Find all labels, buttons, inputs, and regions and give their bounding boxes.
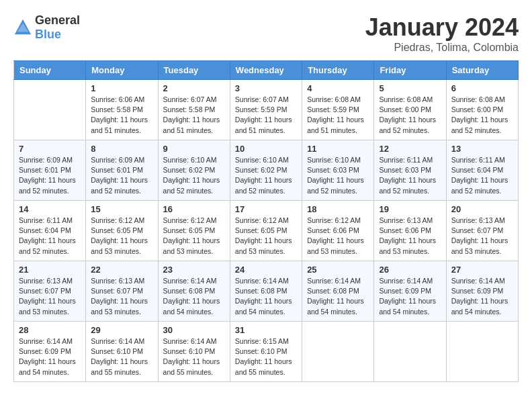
day-detail: Sunrise: 6:14 AM Sunset: 6:09 PM Dayligh… [379, 276, 441, 317]
day-number: 10 [235, 144, 297, 154]
day-detail: Sunrise: 6:12 AM Sunset: 6:05 PM Dayligh… [163, 216, 225, 257]
day-detail: Sunrise: 6:08 AM Sunset: 5:59 PM Dayligh… [307, 95, 369, 136]
day-detail: Sunrise: 6:14 AM Sunset: 6:10 PM Dayligh… [163, 336, 225, 377]
day-number: 12 [379, 144, 441, 154]
day-number: 15 [91, 204, 152, 214]
calendar-location: Piedras, Tolima, Colombia [365, 42, 519, 54]
day-number: 8 [91, 144, 152, 154]
day-number: 24 [235, 265, 297, 275]
logo-icon [13, 18, 32, 37]
day-detail: Sunrise: 6:13 AM Sunset: 6:07 PM Dayligh… [451, 216, 513, 257]
day-detail: Sunrise: 6:11 AM Sunset: 6:03 PM Dayligh… [379, 155, 441, 196]
day-number: 11 [307, 144, 369, 154]
calendar-cell: 17 Sunrise: 6:12 AM Sunset: 6:05 PM Dayl… [230, 201, 302, 261]
calendar-cell: 6 Sunrise: 6:08 AM Sunset: 6:00 PM Dayli… [446, 80, 518, 140]
day-detail: Sunrise: 6:06 AM Sunset: 5:58 PM Dayligh… [91, 95, 152, 136]
calendar-table: Sunday Monday Tuesday Wednesday Thursday… [13, 60, 519, 382]
calendar-cell: 22 Sunrise: 6:13 AM Sunset: 6:07 PM Dayl… [86, 261, 158, 322]
day-number: 21 [19, 265, 81, 275]
calendar-cell: 1 Sunrise: 6:06 AM Sunset: 5:58 PM Dayli… [86, 80, 158, 140]
day-detail: Sunrise: 6:13 AM Sunset: 6:07 PM Dayligh… [91, 276, 152, 317]
calendar-cell [14, 80, 86, 140]
day-number: 3 [235, 83, 297, 93]
day-detail: Sunrise: 6:13 AM Sunset: 6:06 PM Dayligh… [379, 216, 441, 257]
calendar-cell: 26 Sunrise: 6:14 AM Sunset: 6:09 PM Dayl… [374, 261, 446, 322]
col-sunday: Sunday [14, 61, 86, 80]
day-detail: Sunrise: 6:07 AM Sunset: 5:58 PM Dayligh… [163, 95, 225, 136]
col-saturday: Saturday [446, 61, 518, 80]
calendar-cell [374, 322, 446, 382]
day-detail: Sunrise: 6:14 AM Sunset: 6:08 PM Dayligh… [307, 276, 369, 317]
day-detail: Sunrise: 6:15 AM Sunset: 6:10 PM Dayligh… [235, 336, 297, 377]
day-number: 2 [163, 83, 225, 93]
calendar-cell: 11 Sunrise: 6:10 AM Sunset: 6:03 PM Dayl… [302, 140, 374, 201]
calendar-cell: 8 Sunrise: 6:09 AM Sunset: 6:01 PM Dayli… [86, 140, 158, 201]
day-detail: Sunrise: 6:11 AM Sunset: 6:04 PM Dayligh… [19, 216, 81, 257]
day-number: 14 [19, 204, 81, 214]
day-number: 16 [163, 204, 225, 214]
calendar-cell: 31 Sunrise: 6:15 AM Sunset: 6:10 PM Dayl… [230, 322, 302, 382]
day-number: 17 [235, 204, 297, 214]
logo-general-text: General [35, 13, 80, 27]
calendar-cell [302, 322, 374, 382]
logo: General Blue [13, 13, 80, 42]
day-detail: Sunrise: 6:11 AM Sunset: 6:04 PM Dayligh… [451, 155, 513, 196]
day-detail: Sunrise: 6:14 AM Sunset: 6:08 PM Dayligh… [163, 276, 225, 317]
calendar-cell: 16 Sunrise: 6:12 AM Sunset: 6:05 PM Dayl… [158, 201, 230, 261]
calendar-cell: 20 Sunrise: 6:13 AM Sunset: 6:07 PM Dayl… [446, 201, 518, 261]
title-block: January 2024 Piedras, Tolima, Colombia [365, 13, 519, 54]
day-detail: Sunrise: 6:13 AM Sunset: 6:07 PM Dayligh… [19, 276, 81, 317]
day-detail: Sunrise: 6:08 AM Sunset: 6:00 PM Dayligh… [451, 95, 513, 136]
calendar-cell: 30 Sunrise: 6:14 AM Sunset: 6:10 PM Dayl… [158, 322, 230, 382]
day-number: 25 [307, 265, 369, 275]
calendar-cell: 2 Sunrise: 6:07 AM Sunset: 5:58 PM Dayli… [158, 80, 230, 140]
day-detail: Sunrise: 6:08 AM Sunset: 6:00 PM Dayligh… [379, 95, 441, 136]
calendar-cell: 28 Sunrise: 6:14 AM Sunset: 6:09 PM Dayl… [14, 322, 86, 382]
day-detail: Sunrise: 6:10 AM Sunset: 6:02 PM Dayligh… [163, 155, 225, 196]
calendar-cell: 18 Sunrise: 6:12 AM Sunset: 6:06 PM Dayl… [302, 201, 374, 261]
calendar-cell: 10 Sunrise: 6:10 AM Sunset: 6:02 PM Dayl… [230, 140, 302, 201]
calendar-cell: 21 Sunrise: 6:13 AM Sunset: 6:07 PM Dayl… [14, 261, 86, 322]
calendar-cell: 23 Sunrise: 6:14 AM Sunset: 6:08 PM Dayl… [158, 261, 230, 322]
day-detail: Sunrise: 6:14 AM Sunset: 6:08 PM Dayligh… [235, 276, 297, 317]
calendar-week-2: 7 Sunrise: 6:09 AM Sunset: 6:01 PM Dayli… [14, 140, 519, 201]
day-detail: Sunrise: 6:14 AM Sunset: 6:09 PM Dayligh… [19, 336, 81, 377]
day-detail: Sunrise: 6:12 AM Sunset: 6:06 PM Dayligh… [307, 216, 369, 257]
day-number: 6 [451, 83, 513, 93]
day-number: 4 [307, 83, 369, 93]
day-number: 18 [307, 204, 369, 214]
col-monday: Monday [86, 61, 158, 80]
day-number: 22 [91, 265, 152, 275]
day-detail: Sunrise: 6:12 AM Sunset: 6:05 PM Dayligh… [91, 216, 152, 257]
day-detail: Sunrise: 6:07 AM Sunset: 5:59 PM Dayligh… [235, 95, 297, 136]
calendar-cell [446, 322, 518, 382]
calendar-cell: 27 Sunrise: 6:14 AM Sunset: 6:09 PM Dayl… [446, 261, 518, 322]
calendar-cell: 13 Sunrise: 6:11 AM Sunset: 6:04 PM Dayl… [446, 140, 518, 201]
calendar-cell: 14 Sunrise: 6:11 AM Sunset: 6:04 PM Dayl… [14, 201, 86, 261]
day-number: 19 [379, 204, 441, 214]
calendar-week-3: 14 Sunrise: 6:11 AM Sunset: 6:04 PM Dayl… [14, 201, 519, 261]
calendar-week-1: 1 Sunrise: 6:06 AM Sunset: 5:58 PM Dayli… [14, 80, 519, 140]
calendar-cell: 25 Sunrise: 6:14 AM Sunset: 6:08 PM Dayl… [302, 261, 374, 322]
calendar-week-4: 21 Sunrise: 6:13 AM Sunset: 6:07 PM Dayl… [14, 261, 519, 322]
day-number: 13 [451, 144, 513, 154]
calendar-cell: 5 Sunrise: 6:08 AM Sunset: 6:00 PM Dayli… [374, 80, 446, 140]
calendar-week-5: 28 Sunrise: 6:14 AM Sunset: 6:09 PM Dayl… [14, 322, 519, 382]
day-detail: Sunrise: 6:09 AM Sunset: 6:01 PM Dayligh… [19, 155, 81, 196]
col-wednesday: Wednesday [230, 61, 302, 80]
calendar-cell: 29 Sunrise: 6:14 AM Sunset: 6:10 PM Dayl… [86, 322, 158, 382]
day-number: 20 [451, 204, 513, 214]
day-number: 31 [235, 325, 297, 335]
calendar-cell: 24 Sunrise: 6:14 AM Sunset: 6:08 PM Dayl… [230, 261, 302, 322]
day-number: 5 [379, 83, 441, 93]
page-header: General Blue January 2024 Piedras, Tolim… [13, 13, 519, 54]
day-number: 27 [451, 265, 513, 275]
calendar-header-row: Sunday Monday Tuesday Wednesday Thursday… [14, 61, 519, 80]
day-number: 9 [163, 144, 225, 154]
day-detail: Sunrise: 6:14 AM Sunset: 6:09 PM Dayligh… [451, 276, 513, 317]
logo-blue-text: Blue [35, 28, 61, 41]
calendar-cell: 9 Sunrise: 6:10 AM Sunset: 6:02 PM Dayli… [158, 140, 230, 201]
calendar-cell: 4 Sunrise: 6:08 AM Sunset: 5:59 PM Dayli… [302, 80, 374, 140]
col-friday: Friday [374, 61, 446, 80]
calendar-cell: 19 Sunrise: 6:13 AM Sunset: 6:06 PM Dayl… [374, 201, 446, 261]
